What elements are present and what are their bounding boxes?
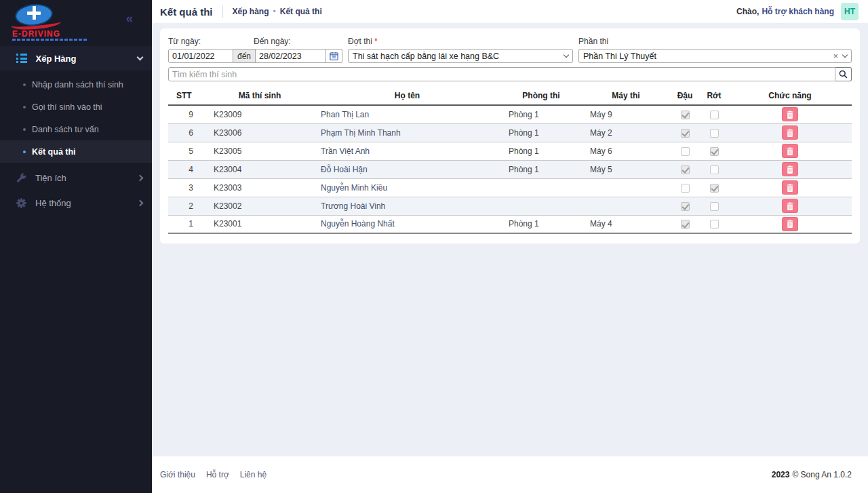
fail-checkbox-cell	[700, 142, 728, 160]
calendar-icon	[330, 52, 338, 60]
sidebar-item-label: Nhập danh sách thí sinh	[32, 80, 123, 90]
app-window: E-DRIVING « Xếp Hàng Nhập danh sách thí …	[0, 0, 868, 493]
table-row: 5K23005Trần Việt AnhPhòng 1Máy 6	[168, 142, 852, 160]
gear-icon	[16, 198, 26, 208]
table-header-row: STT Mã thí sinh Họ tên Phòng thi Máy thi…	[168, 88, 852, 105]
candidate-name-cell: Phạm Thị Minh Thanh	[314, 123, 500, 142]
actions-cell	[728, 105, 852, 123]
pass-checkbox	[681, 129, 690, 138]
candidate-name-cell: Đỗ Hoài Hận	[314, 160, 500, 178]
sidebar-item-he-thong[interactable]: Hệ thống	[0, 191, 152, 216]
column-header-machine: Máy thi	[582, 88, 670, 105]
divider	[222, 5, 223, 18]
from-date-input[interactable]	[168, 49, 233, 63]
part-group: Phần thi Phần Thi Lý Thuyết ×	[578, 37, 852, 63]
pass-checkbox-cell	[670, 178, 700, 197]
sidebar-collapse-icon[interactable]: «	[125, 11, 133, 26]
candidate-name-cell: Nguyễn Hoàng Nhất	[314, 215, 500, 233]
bullet-icon	[23, 106, 26, 109]
candidate-code-cell: K23004	[205, 160, 314, 178]
session-select[interactable]: Thi sát hạch cấp bằng lái xe hạng B&C	[348, 49, 573, 63]
machine-cell: Máy 4	[582, 215, 670, 233]
fail-checkbox-cell	[700, 160, 728, 178]
candidate-name-cell: Trần Việt Anh	[314, 142, 500, 160]
column-header-stt: STT	[168, 88, 205, 105]
footer-link-ho-tro[interactable]: Hỗ trợ	[206, 470, 229, 479]
avatar[interactable]: HT	[841, 3, 859, 20]
room-cell: Phòng 1	[500, 142, 582, 160]
chevron-down-icon	[842, 52, 848, 58]
pass-checkbox	[681, 165, 690, 174]
user-profile-link[interactable]: Hỗ trợ khách hàng	[762, 7, 834, 16]
machine-cell	[582, 178, 670, 197]
actions-cell	[728, 215, 852, 233]
delete-button[interactable]	[782, 144, 798, 158]
delete-button[interactable]	[782, 199, 798, 213]
actions-cell	[728, 142, 852, 160]
wrench-icon	[16, 173, 26, 183]
fail-checkbox	[710, 220, 719, 229]
filter-row: Từ ngày: Đến ngày: đến	[168, 37, 852, 63]
part-select[interactable]: Phần Thi Lý Thuyết ×	[578, 49, 852, 63]
chevron-down-icon	[564, 52, 569, 58]
clear-icon[interactable]: ×	[833, 52, 838, 60]
trash-icon	[787, 147, 793, 155]
footer-link-lien-he[interactable]: Liên hệ	[240, 470, 267, 479]
fail-checkbox	[710, 165, 719, 174]
sidebar-item-label: Gọi thí sinh vào thi	[32, 102, 102, 112]
session-select-value: Thi sát hạch cấp bằng lái xe hạng B&C	[353, 52, 564, 61]
delete-button[interactable]	[782, 217, 798, 231]
to-date-input[interactable]	[256, 49, 326, 63]
bullet-icon	[23, 151, 26, 153]
sidebar-item-tien-ich[interactable]: Tiện ích	[0, 165, 152, 191]
room-cell	[500, 178, 582, 197]
machine-cell	[582, 197, 670, 215]
sidebar-item-nhap-danh-sach-thi-sinh[interactable]: Nhập danh sách thí sinh	[0, 73, 152, 96]
delete-button[interactable]	[782, 125, 798, 140]
sidebar-item-label: Xếp Hàng	[36, 54, 138, 64]
fail-checkbox-cell	[700, 105, 728, 123]
footer-year: 2023	[772, 470, 790, 479]
results-table: STT Mã thí sinh Họ tên Phòng thi Máy thi…	[168, 88, 852, 234]
search-icon	[839, 70, 848, 79]
delete-button[interactable]	[782, 180, 798, 195]
delete-button[interactable]	[782, 162, 798, 176]
list-icon	[16, 54, 27, 63]
column-header-fail: Rớt	[700, 88, 728, 105]
sidebar: E-DRIVING « Xếp Hàng Nhập danh sách thí …	[0, 0, 152, 493]
fail-checkbox	[710, 129, 719, 138]
candidate-code-cell: K23003	[205, 178, 314, 197]
fail-checkbox-cell	[700, 178, 728, 197]
calendar-button[interactable]	[326, 49, 342, 63]
fail-checkbox	[710, 184, 719, 193]
pass-checkbox-cell	[670, 105, 700, 123]
sidebar-item-danh-sach-tu-van[interactable]: Danh sách tư vấn	[0, 118, 152, 140]
breadcrumb-parent[interactable]: Xếp hàng	[233, 7, 269, 16]
trash-icon	[787, 220, 793, 228]
stt-cell: 5	[168, 142, 205, 160]
search-input[interactable]	[168, 67, 835, 81]
candidate-name-cell: Trương Hoài Vinh	[314, 197, 500, 215]
sidebar-item-xep-hang[interactable]: Xếp Hàng	[0, 46, 152, 71]
to-date-label: Đến ngày:	[254, 37, 291, 46]
sidebar-item-goi-thi-sinh-vao-thi[interactable]: Gọi thí sinh vào thi	[0, 96, 152, 118]
part-select-value: Phần Thi Lý Thuyết	[583, 52, 833, 61]
candidate-code-cell: K23006	[205, 123, 314, 142]
fail-checkbox-cell	[700, 123, 728, 142]
pass-checkbox-cell	[670, 197, 700, 215]
fail-checkbox	[710, 202, 719, 211]
room-cell: Phòng 1	[500, 105, 582, 123]
app-logo: E-DRIVING	[11, 3, 92, 41]
footer-link-gioi-thieu[interactable]: Giới thiệu	[160, 470, 195, 479]
search-button[interactable]	[835, 67, 852, 81]
column-header-pass: Đậu	[670, 88, 700, 105]
column-header-name: Họ tên	[314, 88, 500, 105]
pass-checkbox	[681, 147, 690, 156]
stt-cell: 4	[168, 160, 205, 178]
content-column: Kết quả thi Xếp hàng • Kết quả thi Chào,…	[152, 0, 868, 493]
sidebar-item-ket-qua-thi[interactable]: Kết quả thi	[0, 140, 152, 163]
room-cell: Phòng 1	[500, 215, 582, 233]
candidate-code-cell: K23001	[205, 215, 314, 233]
delete-button[interactable]	[782, 107, 798, 121]
breadcrumb-separator: •	[273, 7, 276, 16]
